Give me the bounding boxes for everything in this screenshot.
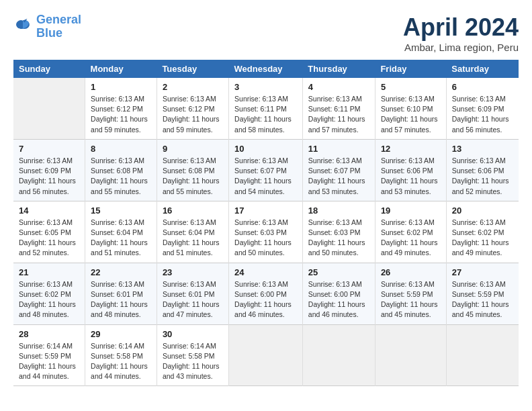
weekday-header-wednesday: Wednesday xyxy=(229,60,303,78)
weekday-header-sunday: Sunday xyxy=(13,60,85,78)
calendar-cell: 1 Sunrise: 6:13 AMSunset: 6:12 PMDayligh… xyxy=(85,78,157,139)
day-info: Sunrise: 6:13 AMSunset: 6:08 PMDaylight:… xyxy=(163,156,223,197)
logo-icon xyxy=(13,17,32,36)
calendar-cell: 23 Sunrise: 6:13 AMSunset: 6:01 PMDaylig… xyxy=(157,263,228,324)
calendar-cell: 27 Sunrise: 6:13 AMSunset: 5:59 PMDaylig… xyxy=(446,263,519,324)
day-number: 29 xyxy=(91,329,151,339)
day-info: Sunrise: 6:14 AMSunset: 5:59 PMDaylight:… xyxy=(19,341,79,382)
calendar-table: SundayMondayTuesdayWednesdayThursdayFrid… xyxy=(13,60,519,386)
calendar-cell: 12 Sunrise: 6:13 AMSunset: 6:06 PMDaylig… xyxy=(375,139,446,201)
calendar-cell: 25 Sunrise: 6:13 AMSunset: 6:00 PMDaylig… xyxy=(302,263,375,324)
day-number: 8 xyxy=(91,144,151,154)
weekday-header-tuesday: Tuesday xyxy=(157,60,228,78)
calendar-cell: 10 Sunrise: 6:13 AMSunset: 6:07 PMDaylig… xyxy=(229,139,303,201)
calendar-cell: 26 Sunrise: 6:13 AMSunset: 5:59 PMDaylig… xyxy=(375,263,446,324)
calendar-cell: 9 Sunrise: 6:13 AMSunset: 6:08 PMDayligh… xyxy=(157,139,228,201)
day-info: Sunrise: 6:13 AMSunset: 6:12 PMDaylight:… xyxy=(91,94,151,135)
day-number: 3 xyxy=(234,82,297,92)
day-number: 16 xyxy=(163,205,223,216)
day-info: Sunrise: 6:13 AMSunset: 5:59 PMDaylight:… xyxy=(381,279,441,320)
day-number: 17 xyxy=(234,205,297,216)
calendar-cell: 28 Sunrise: 6:14 AMSunset: 5:59 PMDaylig… xyxy=(13,324,85,386)
day-number: 24 xyxy=(234,267,297,277)
day-info: Sunrise: 6:13 AMSunset: 6:06 PMDaylight:… xyxy=(381,156,441,197)
logo-general: General xyxy=(36,13,81,26)
page-header: General Blue April 2024 Ambar, Lima regi… xyxy=(13,13,519,53)
calendar-cell: 19 Sunrise: 6:13 AMSunset: 6:02 PMDaylig… xyxy=(375,201,446,263)
weekday-header-monday: Monday xyxy=(85,60,157,78)
day-info: Sunrise: 6:13 AMSunset: 6:11 PMDaylight:… xyxy=(308,94,369,135)
calendar-week-3: 14 Sunrise: 6:13 AMSunset: 6:05 PMDaylig… xyxy=(13,201,519,263)
day-number: 19 xyxy=(381,205,441,216)
day-number: 1 xyxy=(91,82,151,92)
logo: General Blue xyxy=(13,13,81,40)
calendar-cell: 6 Sunrise: 6:13 AMSunset: 6:09 PMDayligh… xyxy=(446,78,519,139)
day-info: Sunrise: 6:14 AMSunset: 5:58 PMDaylight:… xyxy=(91,341,151,382)
day-number: 30 xyxy=(163,329,223,339)
calendar-cell xyxy=(229,324,303,386)
day-number: 14 xyxy=(19,205,79,216)
day-number: 6 xyxy=(452,82,513,92)
day-info: Sunrise: 6:13 AMSunset: 6:00 PMDaylight:… xyxy=(308,279,369,320)
day-info: Sunrise: 6:13 AMSunset: 6:05 PMDaylight:… xyxy=(19,218,79,259)
day-info: Sunrise: 6:13 AMSunset: 6:08 PMDaylight:… xyxy=(91,156,151,197)
day-info: Sunrise: 6:13 AMSunset: 6:09 PMDaylight:… xyxy=(19,156,79,197)
day-number: 28 xyxy=(19,329,79,339)
calendar-cell: 5 Sunrise: 6:13 AMSunset: 6:10 PMDayligh… xyxy=(375,78,446,139)
calendar-cell xyxy=(13,78,85,139)
day-info: Sunrise: 6:13 AMSunset: 6:11 PMDaylight:… xyxy=(234,94,297,135)
calendar-cell xyxy=(446,324,519,386)
calendar-week-4: 21 Sunrise: 6:13 AMSunset: 6:02 PMDaylig… xyxy=(13,263,519,324)
weekday-header-friday: Friday xyxy=(375,60,446,78)
day-info: Sunrise: 6:14 AMSunset: 5:58 PMDaylight:… xyxy=(163,341,223,382)
day-number: 18 xyxy=(308,205,369,216)
day-info: Sunrise: 6:13 AMSunset: 5:59 PMDaylight:… xyxy=(452,279,513,320)
day-info: Sunrise: 6:13 AMSunset: 6:07 PMDaylight:… xyxy=(308,156,369,197)
calendar-cell: 24 Sunrise: 6:13 AMSunset: 6:00 PMDaylig… xyxy=(229,263,303,324)
day-info: Sunrise: 6:13 AMSunset: 6:04 PMDaylight:… xyxy=(163,218,223,259)
day-number: 23 xyxy=(163,267,223,277)
calendar-cell: 2 Sunrise: 6:13 AMSunset: 6:12 PMDayligh… xyxy=(157,78,228,139)
day-number: 9 xyxy=(163,144,223,154)
day-number: 13 xyxy=(452,144,513,154)
day-info: Sunrise: 6:13 AMSunset: 6:09 PMDaylight:… xyxy=(452,94,513,135)
calendar-cell: 16 Sunrise: 6:13 AMSunset: 6:04 PMDaylig… xyxy=(157,201,228,263)
day-info: Sunrise: 6:13 AMSunset: 6:12 PMDaylight:… xyxy=(163,94,223,135)
day-info: Sunrise: 6:13 AMSunset: 6:10 PMDaylight:… xyxy=(381,94,441,135)
calendar-cell: 7 Sunrise: 6:13 AMSunset: 6:09 PMDayligh… xyxy=(13,139,85,201)
day-number: 11 xyxy=(308,144,369,154)
weekday-header-saturday: Saturday xyxy=(446,60,519,78)
day-info: Sunrise: 6:13 AMSunset: 6:07 PMDaylight:… xyxy=(234,156,297,197)
calendar-cell: 21 Sunrise: 6:13 AMSunset: 6:02 PMDaylig… xyxy=(13,263,85,324)
calendar-week-1: 1 Sunrise: 6:13 AMSunset: 6:12 PMDayligh… xyxy=(13,78,519,139)
day-number: 26 xyxy=(381,267,441,277)
weekday-header-row: SundayMondayTuesdayWednesdayThursdayFrid… xyxy=(13,60,519,78)
day-info: Sunrise: 6:13 AMSunset: 6:01 PMDaylight:… xyxy=(91,279,151,320)
calendar-cell: 29 Sunrise: 6:14 AMSunset: 5:58 PMDaylig… xyxy=(85,324,157,386)
calendar-cell: 15 Sunrise: 6:13 AMSunset: 6:04 PMDaylig… xyxy=(85,201,157,263)
calendar-cell: 18 Sunrise: 6:13 AMSunset: 6:03 PMDaylig… xyxy=(302,201,375,263)
calendar-cell xyxy=(302,324,375,386)
calendar-cell: 11 Sunrise: 6:13 AMSunset: 6:07 PMDaylig… xyxy=(302,139,375,201)
day-info: Sunrise: 6:13 AMSunset: 6:01 PMDaylight:… xyxy=(163,279,223,320)
calendar-cell xyxy=(375,324,446,386)
calendar-week-5: 28 Sunrise: 6:14 AMSunset: 5:59 PMDaylig… xyxy=(13,324,519,386)
day-info: Sunrise: 6:13 AMSunset: 6:03 PMDaylight:… xyxy=(308,218,369,259)
day-number: 5 xyxy=(381,82,441,92)
day-info: Sunrise: 6:13 AMSunset: 6:02 PMDaylight:… xyxy=(452,218,513,259)
day-info: Sunrise: 6:13 AMSunset: 6:02 PMDaylight:… xyxy=(19,279,79,320)
calendar-cell: 3 Sunrise: 6:13 AMSunset: 6:11 PMDayligh… xyxy=(229,78,303,139)
calendar-cell: 22 Sunrise: 6:13 AMSunset: 6:01 PMDaylig… xyxy=(85,263,157,324)
day-number: 15 xyxy=(91,205,151,216)
month-year-title: April 2024 xyxy=(403,13,519,42)
calendar-cell: 14 Sunrise: 6:13 AMSunset: 6:05 PMDaylig… xyxy=(13,201,85,263)
calendar-cell: 4 Sunrise: 6:13 AMSunset: 6:11 PMDayligh… xyxy=(302,78,375,139)
day-number: 4 xyxy=(308,82,369,92)
day-number: 22 xyxy=(91,267,151,277)
day-number: 10 xyxy=(234,144,297,154)
day-info: Sunrise: 6:13 AMSunset: 6:00 PMDaylight:… xyxy=(234,279,297,320)
title-area: April 2024 Ambar, Lima region, Peru xyxy=(403,13,519,53)
calendar-cell: 13 Sunrise: 6:13 AMSunset: 6:06 PMDaylig… xyxy=(446,139,519,201)
logo-blue: Blue xyxy=(36,26,62,40)
day-number: 20 xyxy=(452,205,513,216)
